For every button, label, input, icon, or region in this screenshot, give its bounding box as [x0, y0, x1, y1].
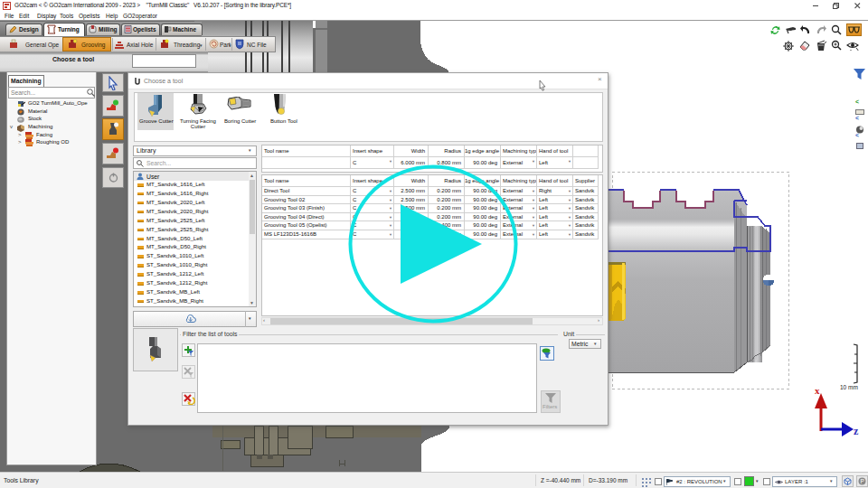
svg-text:x: x [815, 385, 820, 396]
svg-text:P: P [861, 478, 864, 484]
svg-text:z: z [854, 425, 859, 437]
svg-text:10 mm: 10 mm [840, 384, 858, 390]
